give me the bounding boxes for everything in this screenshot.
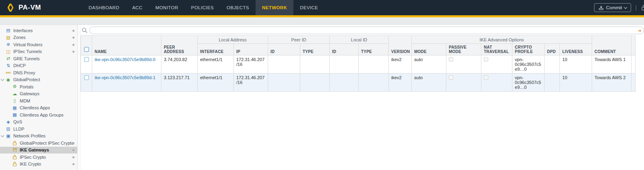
search-icon: [82, 27, 88, 33]
row-select-cell: [81, 55, 92, 74]
sidebar-item-ike-crypto[interactable]: IKE Crypto: [0, 161, 77, 168]
col-dpd[interactable]: DPD: [545, 44, 560, 55]
col-local-id-id[interactable]: ID: [330, 44, 359, 55]
col-crypto-profile[interactable]: CRYPTO PROFILE: [512, 44, 545, 55]
search-row: ➜: [80, 25, 644, 35]
cell-crypto-profile: vpn-0c96c3507c5e9…0: [512, 74, 545, 92]
sidebar-item-label: MDM: [20, 98, 30, 103]
col-peer-id-type[interactable]: TYPE: [300, 44, 330, 55]
gateway-name-link[interactable]: ike-vpn-0c96c3507c5e9b89d-1: [95, 75, 155, 80]
cell-mode: auto: [412, 74, 446, 92]
nat-traversal-checkbox[interactable]: [484, 57, 488, 61]
col-passive-mode[interactable]: PASSIVE MODE: [446, 44, 481, 55]
gateway-name-link[interactable]: ike-vpn-0c96c3507c5e9b89d-0: [95, 57, 155, 62]
cell-ip: 172.31.46.207/16: [234, 55, 268, 74]
lock-icon[interactable]: [641, 4, 644, 11]
cell-peer-id-type: [300, 55, 330, 74]
nat-traversal-checkbox[interactable]: [484, 75, 488, 80]
expand-caret-icon[interactable]: [1, 133, 4, 137]
sidebar-item-ipsec-tunnels[interactable]: ◫ IPSec Tunnels: [0, 48, 77, 55]
col-mode[interactable]: MODE: [412, 44, 446, 55]
sidebar-item-mdm[interactable]: ▯ MDM: [0, 97, 77, 104]
qos-icon: ◈: [6, 119, 11, 125]
table-scrollbar-spacer[interactable]: [632, 36, 636, 55]
tab-dashboard[interactable]: DASHBOARD: [82, 0, 126, 15]
commit-button[interactable]: Commit: [594, 3, 632, 12]
tab-monitor[interactable]: MONITOR: [149, 0, 185, 15]
sidebar-item-gre-tunnels[interactable]: ⇄ GRE Tunnels: [0, 55, 77, 62]
sidebar-item-clientless-app-groups[interactable]: ▩ Clientless App Groups: [0, 111, 77, 119]
cell-peer-address: 3.74.203.82: [161, 55, 198, 74]
cell-comment: Towards AWS 1: [592, 55, 632, 74]
status-dot: [72, 44, 74, 46]
col-peer-address[interactable]: PEER ADDRESS: [161, 36, 198, 55]
col-name[interactable]: NAME: [92, 36, 161, 55]
sidebar-item-zones[interactable]: ▨ Zones: [0, 34, 77, 41]
ike-gateways-panel: ➜ NAME PEER ADDRESS Local Address Peer I…: [80, 25, 644, 170]
col-local-id-type[interactable]: TYPE: [359, 44, 389, 55]
sidebar-item-clientless-apps[interactable]: ▦ Clientless Apps: [0, 104, 77, 112]
sidebar-item-portals[interactable]: ⚙ Portals: [0, 83, 77, 90]
cell-version: ikev2: [389, 55, 412, 74]
sidebar-item-label: Interfaces: [13, 28, 33, 33]
chevron-down-icon: [624, 5, 627, 8]
search-input[interactable]: [89, 27, 644, 34]
sidebar-item-ipsec-crypto[interactable]: IPSec Crypto: [0, 154, 77, 161]
sidebar-item-virtual-routers[interactable]: ⊕ Virtual Routers: [0, 41, 77, 48]
sidebar-item-lldp[interactable]: ▥ LLDP: [0, 125, 77, 133]
cell-version: ikev2: [389, 74, 412, 92]
sidebar-item-label: Clientless Apps: [20, 105, 50, 110]
select-all-cell: [81, 36, 92, 55]
sidebar-item-label: Network Profiles: [13, 133, 45, 138]
col-peer-id-id[interactable]: ID: [268, 44, 300, 55]
col-version[interactable]: VERSION: [389, 36, 412, 55]
row-select-cell: [81, 74, 92, 92]
tab-acc[interactable]: ACC: [126, 0, 149, 15]
apply-filter-icon[interactable]: ➜: [638, 28, 641, 33]
sidebar-item-globalprotect[interactable]: ◉ GlobalProtect: [0, 76, 77, 84]
portals-icon: ⚙: [12, 84, 17, 89]
sidebar-item-globalprotect-ipsec-crypto[interactable]: GlobalProtect IPSec Crypto: [0, 139, 77, 147]
col-interface[interactable]: INTERFACE: [198, 44, 234, 55]
cell-nat-traversal: [481, 74, 512, 92]
row-checkbox[interactable]: [84, 75, 89, 80]
status-dot: [72, 51, 74, 53]
sidebar-item-interfaces[interactable]: ▤ Interfaces: [0, 27, 77, 34]
col-comment[interactable]: COMMENT: [592, 36, 632, 55]
expand-caret-icon[interactable]: [1, 77, 4, 80]
sidebar-item-dns-proxy[interactable]: DNS DNS Proxy: [0, 69, 77, 76]
cell-peer-address: 3.123.217.71: [161, 74, 198, 92]
sidebar-item-gateways[interactable]: ☁ Gateways: [0, 90, 77, 98]
tab-network[interactable]: NETWORK: [256, 0, 293, 15]
lldp-icon: ▥: [6, 126, 11, 131]
col-liveness[interactable]: LIVENESS: [560, 44, 592, 55]
tab-objects[interactable]: OBJECTS: [220, 0, 256, 15]
row-checkbox[interactable]: [84, 57, 89, 62]
sidebar-item-qos[interactable]: ◈ QoS: [0, 119, 77, 126]
lock-icon: [12, 141, 17, 145]
sidebar-item-label: IKE Crypto: [20, 162, 41, 166]
dns-proxy-icon: DNS: [6, 70, 11, 76]
cell-local-id-id: [330, 55, 359, 74]
status-dot: [72, 163, 74, 165]
tab-policies[interactable]: POLICIES: [185, 0, 220, 15]
cell-passive-mode: [446, 74, 481, 92]
col-ip[interactable]: IP: [234, 44, 268, 55]
scrollbar-cell: [632, 74, 636, 92]
sidebar-item-label: IPSec Crypto: [20, 155, 46, 160]
sidebar-item-dhcp[interactable]: ⇅ DHCP: [0, 62, 77, 70]
sidebar-scrollbar[interactable]: [78, 25, 80, 170]
passive-mode-checkbox[interactable]: [449, 57, 453, 61]
toolbar-band: [0, 17, 644, 25]
tab-device[interactable]: DEVICE: [293, 0, 324, 15]
passive-mode-checkbox[interactable]: [449, 75, 453, 80]
sidebar-item-ike-gateways[interactable]: IKE Gateways: [0, 147, 77, 154]
sidebar-item-label: Gateways: [20, 91, 39, 96]
sidebar-item-network-profiles[interactable]: ▣ Network Profiles: [0, 133, 77, 140]
sidebar-item-label: DNS Proxy: [13, 70, 35, 75]
select-all-checkbox[interactable]: [84, 47, 89, 52]
zones-icon: ▨: [6, 35, 11, 40]
status-dot: [72, 30, 74, 32]
col-nat-traversal[interactable]: NAT TRAVERSAL: [481, 44, 512, 55]
cell-passive-mode: [446, 55, 481, 74]
